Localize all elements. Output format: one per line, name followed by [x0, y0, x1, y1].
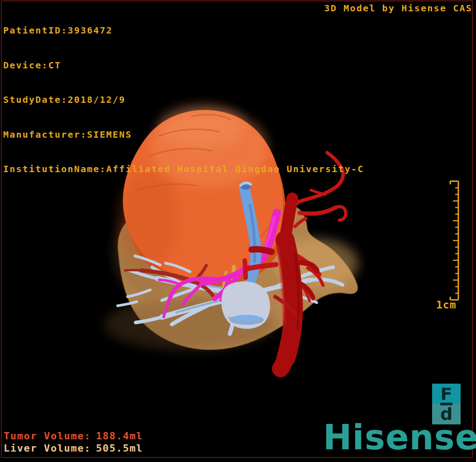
watermark-text: 3D Model by Hisense CAS	[324, 3, 472, 14]
tumor-volume-value: 188.4ml	[96, 430, 143, 442]
hisense-logo: Hisense	[323, 420, 476, 455]
fd-logo-letter-f: F	[441, 385, 452, 403]
manufacturer-text: Manufacturer:SIEMENS	[3, 129, 364, 141]
liver-volume-value: 505.5ml	[96, 443, 143, 454]
dicom-metadata-overlay: PatientID:3936472 Device:CT StudyDate:20…	[3, 2, 364, 198]
study-date-text: StudyDate:2018/12/9	[3, 94, 364, 106]
liver-volume-row: Liver Volume: 505.5ml	[0, 443, 190, 455]
scale-ruler-ticks	[441, 178, 462, 313]
scale-ruler-label: 1cm	[436, 299, 457, 311]
viewer-canvas: PatientID:3936472 Device:CT StudyDate:20…	[0, 0, 476, 462]
liver-volume-label: Liver Volume:	[4, 443, 91, 454]
institution-text: InstitutionName:Affiliated Hospital Qing…	[3, 164, 364, 175]
device-text: Device:CT	[3, 60, 364, 72]
vein-confluence-mesh	[221, 281, 270, 329]
fd-logo-top: F	[432, 384, 461, 404]
scale-ruler	[441, 178, 462, 313]
tumor-volume-label: Tumor Volume:	[4, 430, 91, 442]
tumor-volume-row: Tumor Volume: 188.4ml	[0, 430, 190, 443]
volume-readout: Tumor Volume: 188.4ml Liver Volume: 505.…	[0, 430, 190, 455]
patient-id-text: PatientID:3936472	[3, 25, 364, 37]
